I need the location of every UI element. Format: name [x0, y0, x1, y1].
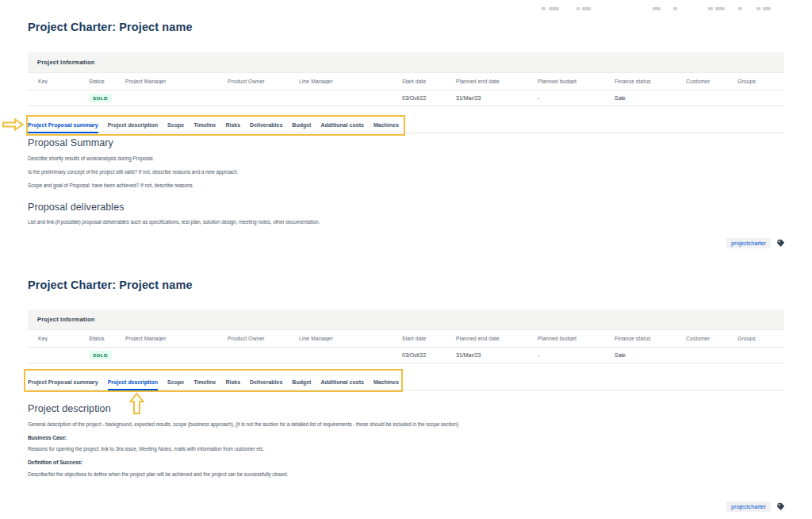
column-header-planned-end-date: Planned end date — [456, 79, 538, 84]
page-label-projectcharter[interactable]: projectcharter — [726, 238, 771, 248]
column-header-groups: Groups — [737, 336, 784, 341]
annotation-arrow-right-icon — [2, 118, 24, 134]
paragraph: List and link (if possible) proposal del… — [28, 219, 784, 225]
cropped-toolbar-mark — [673, 7, 677, 10]
tab-machines[interactable]: Machines — [373, 122, 399, 133]
tab-project-description[interactable]: Project description — [108, 379, 158, 390]
tab-budget[interactable]: Budget — [292, 122, 311, 133]
paragraph: General description of the project - bac… — [28, 421, 784, 427]
paragraph: Describe/list the objectives to define w… — [28, 471, 784, 477]
cropped-toolbar-mark — [763, 7, 771, 10]
column-header-project-manager: Project Manager — [125, 79, 228, 84]
tab-timeline[interactable]: Timeline — [193, 122, 216, 133]
tab-deliverables[interactable]: Deliverables — [250, 122, 282, 133]
column-header-customer: Customer — [686, 79, 737, 84]
project-info-table: Project Information Key Status Project M… — [28, 309, 784, 363]
column-header-project-manager: Project Manager — [125, 336, 228, 341]
column-header-planned-budget: Planned budget — [538, 336, 615, 341]
paragraph: Describe shortly results of work/analysi… — [28, 156, 784, 161]
column-header-status: Status — [89, 336, 125, 341]
tab-risks[interactable]: Risks — [225, 122, 240, 133]
tab-scope[interactable]: Scope — [167, 122, 184, 133]
tab-budget[interactable]: Budget — [292, 379, 311, 390]
cropped-toolbar-mark — [653, 7, 661, 10]
cropped-toolbar-mark — [756, 7, 760, 10]
status-badge: SOLD — [89, 94, 112, 102]
tab-deliverables[interactable]: Deliverables — [250, 379, 282, 390]
cell-planned-budget: - — [538, 95, 615, 101]
tab-additional-costs[interactable]: Additional costs — [320, 379, 363, 390]
cropped-toolbar-mark — [715, 7, 725, 10]
page: Project Charter: Project name Project In… — [0, 0, 812, 519]
page-label-projectcharter[interactable]: projectcharter — [726, 502, 771, 512]
cropped-toolbar-mark — [576, 7, 580, 10]
column-header-key: Key — [38, 336, 89, 341]
paragraph-label: Definition of Success: — [28, 459, 784, 465]
cell-status: SOLD — [89, 94, 125, 102]
paragraph: Is the preliminary concept of the projec… — [28, 169, 784, 175]
paragraph: Reasons for opening the project: link to… — [28, 446, 784, 452]
page-title: Project Charter: Project name — [28, 279, 784, 291]
column-header-key: Key — [38, 79, 89, 84]
status-badge: SOLD — [89, 351, 112, 359]
paragraph: Scope and goal of Proposal: have been ac… — [28, 183, 784, 188]
tab-project-description[interactable]: Project description — [108, 122, 158, 133]
tab-risks[interactable]: Risks — [225, 379, 240, 390]
section-heading: Project description — [28, 403, 784, 414]
cropped-toolbar-mark — [738, 7, 742, 10]
table-caption: Project Information — [28, 309, 784, 330]
column-header-finance-status: Finance status — [615, 79, 686, 84]
cell-planned-budget: - — [538, 352, 615, 358]
section-heading: Proposal Summary — [28, 137, 784, 148]
tag-icon — [776, 239, 785, 248]
column-header-line-manager: Line Manager — [299, 79, 402, 84]
cell-start-date: 03/Oct/22 — [402, 95, 456, 101]
tab-additional-costs[interactable]: Additional costs — [320, 122, 363, 133]
tab-timeline[interactable]: Timeline — [193, 379, 216, 390]
column-header-customer: Customer — [686, 336, 737, 341]
table-data-row: SOLD 03/Oct/22 31/Mar/23 - Sale — [28, 90, 784, 106]
table-caption: Project Information — [28, 52, 784, 73]
tab-bar: Project Proposal summary Project descrip… — [28, 117, 784, 133]
cropped-toolbar-mark — [549, 7, 559, 10]
paragraph-label: Business Case: — [28, 435, 784, 440]
column-header-planned-end-date: Planned end date — [456, 336, 538, 341]
tab-project-proposal-summary[interactable]: Project Proposal summary — [28, 379, 98, 390]
table-header-row: Key Status Project Manager Product Owner… — [28, 330, 784, 348]
column-header-line-manager: Line Manager — [299, 336, 402, 341]
column-header-start-date: Start date — [402, 79, 456, 84]
tab-bar: Project Proposal summary Project descrip… — [28, 375, 784, 390]
cell-planned-end-date: 31/Mar/23 — [456, 352, 538, 358]
cropped-toolbar-mark — [708, 7, 713, 10]
column-header-product-owner: Product Owner — [228, 79, 299, 84]
page-labels: projectcharter — [726, 502, 785, 512]
cropped-toolbar-mark — [542, 7, 546, 10]
cell-start-date: 03/Oct/22 — [402, 352, 456, 358]
tab-scope[interactable]: Scope — [167, 379, 184, 390]
tab-machines[interactable]: Machines — [373, 379, 399, 390]
project-info-table: Project Information Key Status Project M… — [28, 52, 784, 106]
page-title: Project Charter: Project name — [28, 21, 784, 33]
cell-planned-end-date: 31/Mar/23 — [456, 95, 538, 101]
tag-icon — [776, 502, 785, 511]
cropped-toolbar-mark — [582, 7, 591, 10]
tab-project-proposal-summary[interactable]: Project Proposal summary — [28, 122, 98, 133]
column-header-planned-budget: Planned budget — [538, 79, 615, 84]
column-header-status: Status — [89, 79, 125, 84]
section-heading: Proposal deliverables — [28, 202, 784, 213]
cell-status: SOLD — [89, 351, 125, 359]
cell-finance-status: Sale — [615, 95, 686, 101]
column-header-finance-status: Finance status — [615, 336, 686, 341]
page-labels: projectcharter — [726, 238, 785, 248]
cell-finance-status: Sale — [615, 352, 686, 358]
table-data-row: SOLD 03/Oct/22 31/Mar/23 - Sale — [28, 348, 784, 363]
table-header-row: Key Status Project Manager Product Owner… — [28, 73, 784, 90]
column-header-product-owner: Product Owner — [228, 336, 299, 341]
column-header-groups: Groups — [737, 79, 784, 84]
column-header-start-date: Start date — [402, 336, 456, 341]
